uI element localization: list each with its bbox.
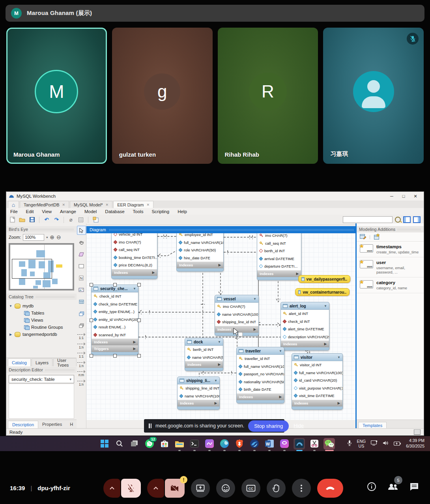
grid-icon[interactable] [77,216,84,223]
diagram-view-1[interactable]: vw_containerturnarou.. [295,288,350,296]
taskbar-icon-brave[interactable] [234,438,245,450]
table-section-indexes[interactable]: Indexes▶ [185,361,223,368]
more-options-button[interactable] [292,479,311,498]
raise-hand-button[interactable] [267,479,286,498]
redo-icon[interactable]: ↷ [53,216,60,223]
tool-eraser-icon[interactable] [77,250,86,259]
chat-button[interactable] [409,482,419,491]
selection-handle[interactable] [113,354,117,358]
close-button[interactable]: ✕ [409,192,421,200]
window-titlebar[interactable]: MySQL Workbench ─ □ ✕ [6,192,424,200]
table-column[interactable]: passport_no VARCHAR(2... [237,370,284,378]
table-column[interactable]: id_card VARCHAR(20) [292,377,342,384]
clock[interactable]: 4:39 PM6/30/2025 [406,438,424,449]
new-diagram-icon[interactable] [92,216,99,223]
editor-tab-description[interactable]: Description [8,421,38,428]
table-header[interactable]: dock▼ [185,338,223,346]
tab-eer-diagram[interactable]: EER Diagram✕ [113,201,153,208]
table-column[interactable]: name VARCHAR(100) [178,392,219,400]
taskbar-icon-wechat[interactable] [323,438,335,450]
selection-handle[interactable] [137,354,141,358]
taskbar-icon-task-view[interactable] [129,438,140,450]
table-column[interactable]: visit_purpose VARCHAR(10... [292,384,342,392]
table-column[interactable]: result ENUM(...) [92,323,138,331]
table-column[interactable]: role VARCHAR(50) [177,246,223,254]
table-column[interactable]: price DECIMAL(8,2) [112,261,157,269]
captions-button[interactable]: CC [241,479,260,498]
zoom-out-icon[interactable]: ⊖ [56,234,61,240]
zoom-value-select[interactable]: 100% [23,234,44,241]
tool-table-icon[interactable] [77,298,86,306]
collapse-icon[interactable]: ▼ [253,297,256,301]
hide-banner-link[interactable]: Hide [294,423,304,429]
selection-handle[interactable] [90,283,93,287]
diagram-view-0[interactable]: vw_dailypassengerfl.. [298,275,350,283]
sidebar-tab-user-types[interactable]: User Types [53,358,77,366]
zoom-in-icon[interactable]: ⊕ [50,234,54,240]
volume-tray-icon[interactable] [383,440,389,447]
camera-options-button[interactable] [147,479,164,498]
participant-tile-gulzat-turken[interactable]: ggulzat turken [112,28,213,164]
people-button[interactable]: 5 [387,482,398,491]
minimap-viewport[interactable] [12,259,52,279]
tree-item-mydb[interactable]: ▼mydb [8,302,75,309]
toggle-left-panel-icon[interactable] [403,216,411,223]
eer-diagram-canvas[interactable]: vehicle_id INTimo CHAR(7)call_seq INTboo… [86,233,357,420]
meeting-details-button[interactable] [367,482,376,491]
table-column[interactable]: call_seq INT [112,246,157,254]
table-section-indexes[interactable]: Indexes▶ [177,400,220,407]
tool-relationship-1-1-2[interactable]: 1:1 [77,352,86,358]
collapse-icon[interactable]: ▼ [133,287,136,290]
modeling-addition-timestamps[interactable]: ★MWBtimestampscreate_time, update_time [357,242,424,257]
selection-handle[interactable] [113,283,117,287]
expand-icon[interactable]: ▶ [324,342,327,346]
selection-handle[interactable] [137,283,141,287]
table-column[interactable]: call_seq INT [257,240,301,247]
tool-relationship-1-1-0[interactable]: 1:1 [77,333,86,340]
table-header[interactable]: alert_log▼ [280,302,329,310]
diagram-table-dock[interactable]: dock▼berth_id INTname VARCHAR(50)Indexes… [185,338,223,371]
tool-arrow-icon[interactable] [77,226,86,235]
table-column[interactable]: entity_type ENUM(...) [92,308,138,316]
table-column[interactable]: alert_id INT [281,310,329,318]
diagram-table-shipping-line[interactable]: shipping_li...▼shipping_line_id INTname … [177,377,220,410]
tool-note-icon[interactable]: N [77,274,86,282]
microphone-tray-icon[interactable] [347,440,352,448]
editor-tab-properties[interactable]: Properties [38,421,66,428]
table-section-indexes[interactable]: Indexes▶ [292,400,343,407]
toggle-right-panel-icon[interactable] [413,216,421,223]
taskbar-icon-start[interactable] [99,438,110,450]
table-section-triggers[interactable]: Triggers▶ [91,345,138,352]
participant-tile-习嘉琪[interactable]: 习嘉琪 [323,28,424,164]
table-column[interactable]: name VARCHAR(100) [215,311,258,319]
present-button[interactable] [191,479,210,498]
battery-tray-icon[interactable] [394,440,401,447]
table-section-indexes[interactable]: Indexes▶ [257,270,301,277]
home-tab-icon[interactable]: ⌂ [8,201,19,208]
editor-tab-h[interactable]: H [66,421,77,428]
tab-tangermedportdb[interactable]: TangerMedPortDB✕ [20,201,69,208]
table-column[interactable]: full_name VARCHAR(10... [177,239,223,247]
expand-icon[interactable]: ▶ [218,363,221,366]
edit-table-icon[interactable] [360,234,366,240]
sidebar-tab-catalog[interactable]: Catalog [8,358,31,366]
tool-relationship-n-m-4[interactable]: n:m [77,370,86,377]
zoom-dropdown-icon[interactable]: ▾ [46,236,48,239]
table-header[interactable]: visitor▼ [292,353,343,361]
tree-expander-icon[interactable]: ▼ [9,304,13,308]
language-indicator[interactable]: ENGUS [357,439,366,448]
taskbar-icon-blue-swoosh[interactable] [249,438,260,450]
tool-stack-icon[interactable] [77,321,86,330]
participant-tile-maroua-ghanam[interactable]: MMaroua Ghanam [6,28,107,164]
table-column[interactable]: imo CHAR(7) [215,303,258,311]
expand-icon[interactable]: ▶ [254,328,256,331]
table-column[interactable]: description VARCHAR(25... [281,333,329,341]
modeling-addition-user[interactable]: ★MWBuserusername, email, password, ... [357,257,424,277]
menu-view[interactable]: View [42,209,52,214]
tool-image-icon[interactable] [77,286,86,294]
table-column[interactable]: visit_time DATETIME [292,392,342,400]
table-column[interactable]: check_time DATETIME [92,300,138,308]
table-section-indexes[interactable]: Indexes▶ [280,341,329,347]
object-selector[interactable]: security_check: Table▾ [9,375,74,383]
table-header[interactable]: traveller▼ [236,347,284,355]
